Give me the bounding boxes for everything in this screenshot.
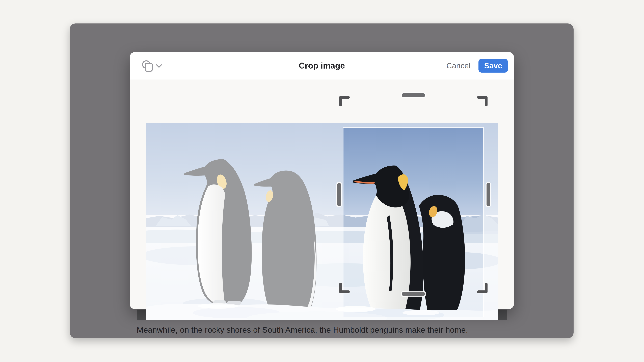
crop-handle-bottom-left[interactable] bbox=[339, 283, 350, 293]
modal-body bbox=[130, 80, 514, 309]
crop-handle-left[interactable] bbox=[337, 183, 341, 206]
titlebar: Penguins in the wild bbox=[70, 23, 574, 50]
crop-handle-bottom[interactable] bbox=[402, 292, 425, 296]
crop-handle-right[interactable] bbox=[486, 183, 490, 206]
crop-handle-top-right[interactable] bbox=[477, 96, 488, 106]
modal-actions: Cancel Save bbox=[446, 52, 508, 79]
penguin-photo bbox=[146, 123, 498, 320]
crop-handle-bottom-right[interactable] bbox=[477, 283, 488, 293]
screen: Penguins in the wild Meanwhile, on the r… bbox=[0, 0, 644, 362]
crop-image-modal: Crop image Cancel Save bbox=[130, 52, 514, 309]
crop-handle-top[interactable] bbox=[402, 93, 425, 97]
cancel-button[interactable]: Cancel bbox=[446, 61, 470, 70]
document-caption: Meanwhile, on the rocky shores of South … bbox=[137, 325, 522, 335]
crop-handle-top-left[interactable] bbox=[339, 96, 350, 106]
save-button[interactable]: Save bbox=[478, 59, 508, 72]
modal-header: Crop image Cancel Save bbox=[130, 52, 514, 79]
crop-selection[interactable] bbox=[343, 127, 484, 318]
